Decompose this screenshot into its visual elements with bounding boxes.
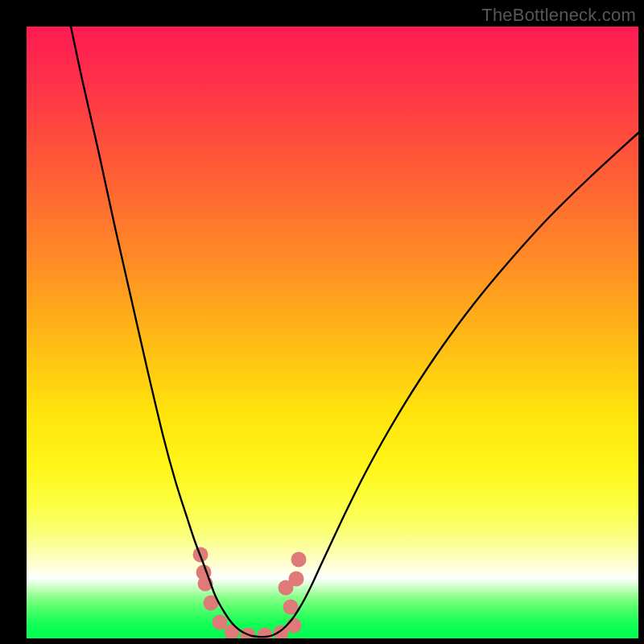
watermark-text: TheBottleneck.com xyxy=(481,5,636,26)
marker-dot xyxy=(289,572,304,587)
plot-area xyxy=(27,27,638,638)
marker-dot xyxy=(225,625,240,639)
marker-layer xyxy=(193,547,307,639)
marker-dot xyxy=(291,552,307,568)
marker-dot xyxy=(213,615,228,630)
curve-svg xyxy=(27,27,638,638)
chart-frame: TheBottleneck.com xyxy=(0,0,644,644)
marker-dot xyxy=(287,618,302,634)
bottleneck-curve-path xyxy=(71,27,638,637)
